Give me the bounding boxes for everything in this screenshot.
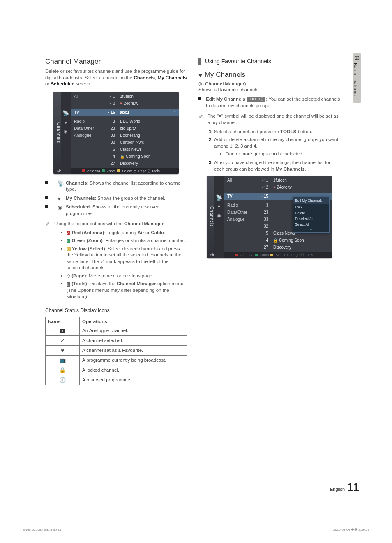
lock-icon: 🔒 <box>120 155 125 159</box>
page-footer: English 11 <box>330 481 359 494</box>
heart-icon: ♥ <box>219 113 221 118</box>
cm-footer: Air Antenna Zoom Select ◇Page ⍇Tools <box>224 252 332 258</box>
clock-icon: 🕘 <box>46 375 80 385</box>
cm-icon-strip: 📡 ♥ ◉ <box>61 92 71 174</box>
heart-icon: ♥ <box>46 345 80 355</box>
target-icon: ◉ <box>216 213 222 218</box>
right-column: Using Favourite Channels ♥ My Channels (… <box>198 58 340 385</box>
my-channels-sub2: Shows all favourite channels. <box>198 87 340 92</box>
print-meta: BN68-02558J-Eng.indb 11 2010-03-04 �� 8:… <box>23 528 369 531</box>
side-tab-label: Basic Features <box>353 60 358 98</box>
my-channels-heading: ♥ My Channels <box>198 71 340 79</box>
channel-manager-intro: Delete or set favourites channels and us… <box>45 68 187 88</box>
heart-icon: ♥ <box>58 195 61 203</box>
green-button-icon: B <box>67 239 70 243</box>
broadcast-icon: 📺 <box>46 355 80 365</box>
cm-row-highlighted: TV ‹ 15 abc1› <box>71 109 179 116</box>
page-updown-icon: ◇ <box>67 273 71 278</box>
target-icon: ◉ <box>63 129 69 134</box>
chevron-down-icon: ▼ <box>293 227 329 232</box>
channel-manager-heading: Channel Manager <box>45 58 187 66</box>
heart-icon: ♥ <box>273 185 277 189</box>
cm-footer: Air Antenna Zoom Select ◇Page ⍇Tools <box>71 168 179 174</box>
heart-icon: ♥ <box>63 120 69 125</box>
definition-list: 📡Channels: Shows the channel list accord… <box>45 180 187 217</box>
left-column: Channel Manager Delete or set favourites… <box>45 58 187 385</box>
cm-side-label: Channels <box>53 92 61 174</box>
target-icon: ◉ <box>58 204 62 211</box>
steps-list: Select a channel and press the TOOLS but… <box>198 128 340 172</box>
side-tab: 03 Basic Features <box>353 53 361 103</box>
heart-icon: ♥ <box>120 101 124 106</box>
yellow-button-icon: C <box>67 247 71 251</box>
heart-icon: ♥ <box>198 72 202 79</box>
status-icons-heading: Channel Status Display Icons <box>45 307 110 314</box>
status-icons-table: Icons Operations AAn Analogue channel. ✓… <box>45 317 187 385</box>
satellite-icon: 📡 <box>63 111 69 116</box>
satellite-icon: 📡 <box>216 194 222 200</box>
red-button-icon: A <box>67 231 70 235</box>
cm-icon-strip: 📡 ♥ ◉ <box>214 176 224 258</box>
satellite-icon: 📡 <box>58 180 64 187</box>
channel-manager-ui-dropdown: Channels 📡 ♥ ◉ All ✓ 1 1futech ✓ 2 ♥ <box>207 176 332 258</box>
heart-note: The "♥" symbol will be displayed and the… <box>198 113 340 126</box>
heart-icon: ♥ <box>216 203 222 209</box>
side-tab-number: 03 <box>353 53 361 60</box>
tools-badge-icon: TOOLS ⍇ <box>247 97 265 102</box>
note-colour-buttons: Using the colour buttons with the Channe… <box>45 221 187 227</box>
checkmark-icon: ✓ <box>46 335 80 345</box>
channel-manager-ui: Channels 📡 ♥ ◉ All ✓ 1 1futech ✓ 2 ♥ <box>53 92 179 174</box>
edit-my-channels-dropdown: Edit My Channels Lock Delete Deselect Al… <box>293 197 330 233</box>
colour-button-list: A Red (Antenna): Toggle among Air or Cab… <box>45 230 187 300</box>
my-channels-sub: (in Channel Manager) <box>198 81 340 86</box>
lock-icon: 🔒 <box>46 365 80 375</box>
section-bar: Using Favourite Channels <box>198 58 340 65</box>
edit-my-channels-item: Edit My Channels TOOLS ⍇ : You can set t… <box>198 96 340 109</box>
cm-side-label: Channels <box>207 176 214 258</box>
lock-icon: 🔒 <box>273 238 278 243</box>
analogue-icon: A <box>60 329 64 333</box>
tools-button-icon: ⍇ <box>67 282 70 287</box>
